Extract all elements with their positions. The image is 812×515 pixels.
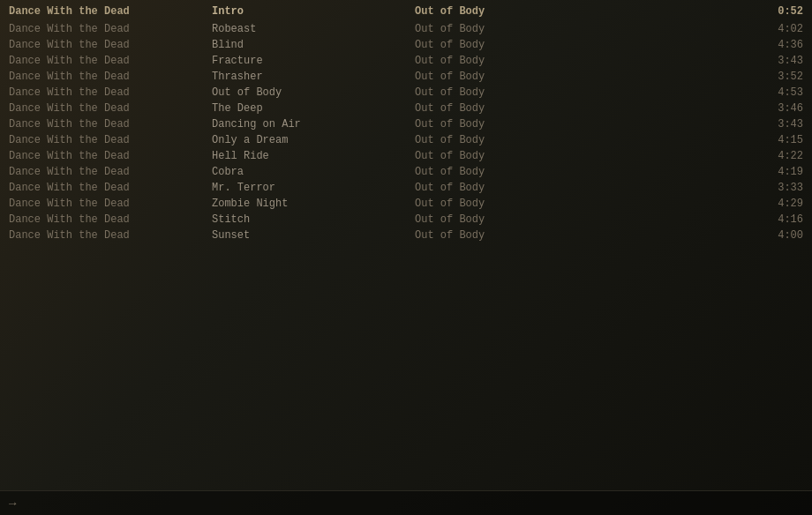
track-duration: 4:36 — [618, 38, 803, 52]
track-album: Out of Body — [415, 22, 618, 36]
table-row[interactable]: Dance With the DeadBlindOut of Body4:36 — [0, 37, 812, 53]
track-artist: Dance With the Dead — [9, 101, 212, 116]
table-row[interactable]: Dance With the DeadZombie NightOut of Bo… — [0, 196, 812, 212]
track-artist: Dance With the Dead — [9, 149, 212, 163]
track-title: Only a Dream — [212, 133, 415, 147]
track-title: Zombie Night — [212, 197, 415, 211]
track-title: Sunset — [212, 228, 415, 243]
table-row[interactable]: Dance With the DeadFractureOut of Body3:… — [0, 53, 812, 69]
track-album: Out of Body — [415, 197, 618, 211]
header-album: Out of Body — [415, 4, 618, 19]
track-title: Thrasher — [212, 70, 415, 84]
track-duration: 3:52 — [618, 70, 803, 84]
track-album: Out of Body — [415, 86, 618, 100]
track-duration: 4:16 — [618, 213, 803, 227]
track-artist: Dance With the Dead — [9, 117, 212, 131]
table-row[interactable]: Dance With the DeadHell RideOut of Body4… — [0, 148, 812, 164]
track-artist: Dance With the Dead — [9, 228, 212, 243]
track-album: Out of Body — [415, 165, 618, 179]
table-row[interactable]: Dance With the DeadOut of BodyOut of Bod… — [0, 85, 812, 101]
track-title: Blind — [212, 38, 415, 52]
track-album: Out of Body — [415, 38, 618, 52]
track-duration: 4:02 — [618, 22, 803, 36]
track-title: Mr. Terror — [212, 181, 415, 195]
track-duration: 4:29 — [618, 197, 803, 211]
track-artist: Dance With the Dead — [9, 181, 212, 195]
track-duration: 3:33 — [618, 181, 803, 195]
table-row[interactable]: Dance With the DeadThe DeepOut of Body3:… — [0, 101, 812, 116]
table-row[interactable]: Dance With the DeadRobeastOut of Body4:0… — [0, 21, 812, 37]
track-title: Stitch — [212, 213, 415, 227]
track-title: The Deep — [212, 101, 415, 116]
track-artist: Dance With the Dead — [9, 165, 212, 179]
track-title: Out of Body — [212, 86, 415, 100]
track-album: Out of Body — [415, 133, 618, 147]
arrow-icon: → — [9, 496, 16, 511]
track-artist: Dance With the Dead — [9, 22, 212, 36]
table-row[interactable]: Dance With the DeadStitchOut of Body4:16 — [0, 212, 812, 228]
track-title: Hell Ride — [212, 149, 415, 163]
header-duration: 0:52 — [618, 4, 803, 19]
track-album: Out of Body — [415, 149, 618, 163]
track-artist: Dance With the Dead — [9, 86, 212, 100]
table-row[interactable]: Dance With the DeadOnly a DreamOut of Bo… — [0, 132, 812, 148]
header-artist: Dance With the Dead — [9, 4, 212, 19]
table-row[interactable]: Dance With the DeadThrasherOut of Body3:… — [0, 69, 812, 85]
track-artist: Dance With the Dead — [9, 54, 212, 68]
track-duration: 4:19 — [618, 165, 803, 179]
track-album: Out of Body — [415, 213, 618, 227]
track-album: Out of Body — [415, 181, 618, 195]
track-list-header: Dance With the Dead Intro Out of Body 0:… — [0, 4, 812, 19]
track-album: Out of Body — [415, 54, 618, 68]
table-row[interactable]: Dance With the DeadDancing on AirOut of … — [0, 116, 812, 132]
track-album: Out of Body — [415, 228, 618, 243]
track-duration: 4:15 — [618, 133, 803, 147]
table-row[interactable]: Dance With the DeadSunsetOut of Body4:00 — [0, 228, 812, 243]
track-artist: Dance With the Dead — [9, 38, 212, 52]
table-row[interactable]: Dance With the DeadMr. TerrorOut of Body… — [0, 180, 812, 196]
track-title: Fracture — [212, 54, 415, 68]
track-artist: Dance With the Dead — [9, 70, 212, 84]
track-album: Out of Body — [415, 101, 618, 116]
track-list: Dance With the Dead Intro Out of Body 0:… — [0, 0, 812, 247]
track-title: Robeast — [212, 22, 415, 36]
track-artist: Dance With the Dead — [9, 213, 212, 227]
track-title: Dancing on Air — [212, 117, 415, 131]
track-duration: 3:43 — [618, 117, 803, 131]
track-duration: 4:22 — [618, 149, 803, 163]
track-album: Out of Body — [415, 117, 618, 131]
table-row[interactable]: Dance With the DeadCobraOut of Body4:19 — [0, 164, 812, 180]
track-duration: 4:53 — [618, 86, 803, 100]
track-duration: 3:46 — [618, 101, 803, 116]
track-album: Out of Body — [415, 70, 618, 84]
track-artist: Dance With the Dead — [9, 133, 212, 147]
track-artist: Dance With the Dead — [9, 197, 212, 211]
track-duration: 4:00 — [618, 228, 803, 243]
header-title: Intro — [212, 4, 415, 19]
track-duration: 3:43 — [618, 54, 803, 68]
track-title: Cobra — [212, 165, 415, 179]
bottom-bar: → — [0, 490, 812, 515]
